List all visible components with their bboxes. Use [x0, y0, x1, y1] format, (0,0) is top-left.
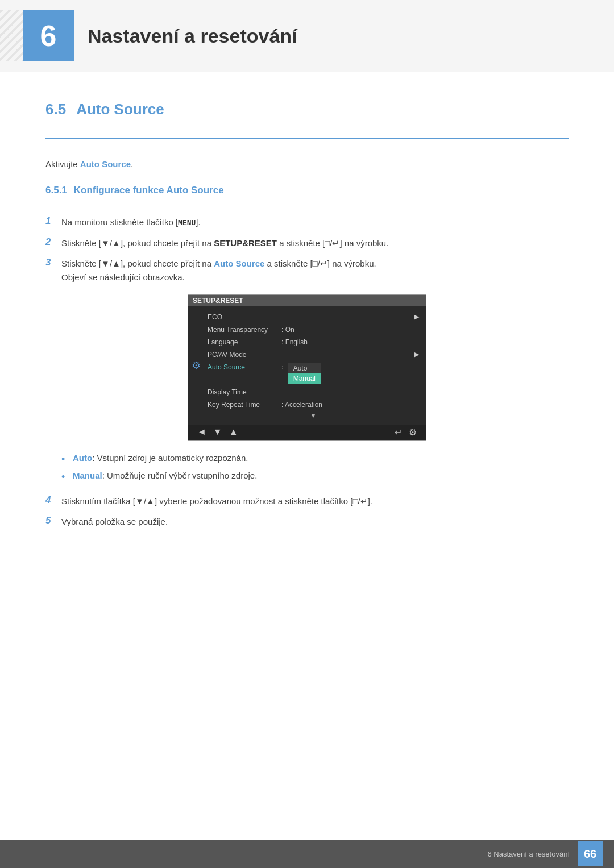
- monitor-title: SETUP&RESET: [188, 295, 426, 306]
- monitor-enter-icon: ↵: [391, 427, 405, 438]
- step-4: 4 Stisknutím tlačítka [▼/▲] vyberte poža…: [45, 495, 569, 508]
- chapter-title: Nastavení a resetování: [88, 25, 297, 47]
- steps-list: 1 Na monitoru stiskněte tlačítko [MENU].…: [45, 215, 569, 284]
- monitor-up-icon: ▲: [226, 427, 242, 437]
- step-5: 5 Vybraná položka se použije.: [45, 515, 569, 529]
- chapter-number: 6: [40, 21, 57, 51]
- monitor-dropdown: Auto Manual: [288, 363, 321, 384]
- section-divider: [45, 138, 569, 139]
- step-2: 2 Stiskněte [▼/▲], pokud chcete přejít n…: [45, 236, 569, 250]
- bullet-list: • Auto: Vstupní zdroj je automaticky roz…: [61, 453, 569, 484]
- monitor-down-icon: ▼: [210, 427, 226, 437]
- bullet-auto: • Auto: Vstupní zdroj je automaticky roz…: [61, 453, 569, 466]
- subsection-number: 6.5.1: [45, 185, 67, 196]
- monitor-menu-rows: ECO ▶ Menu Transparency : On Language : …: [204, 311, 422, 420]
- footer-chapter-text: 6 Nastavení a resetování: [487, 850, 570, 858]
- monitor-row-displaytime: Display Time: [204, 386, 422, 398]
- monitor-back-icon: ◄: [194, 427, 210, 437]
- monitor-row-language: Language : English: [204, 336, 422, 348]
- monitor-row-transparency: Menu Transparency : On: [204, 323, 422, 336]
- monitor-screenshot: SETUP&RESET ⚙ ECO ▶ Menu Transparency : …: [45, 294, 569, 441]
- monitor-row-eco: ECO ▶: [204, 311, 422, 323]
- chapter-number-block: 6: [23, 10, 74, 61]
- monitor-row-keyrepeat: Key Repeat Time : Acceleration: [204, 398, 422, 411]
- monitor-settings-icon: ⚙: [405, 427, 420, 438]
- monitor-row-autosource: Auto Source : Auto Manual: [204, 361, 422, 386]
- step-3: 3 Stiskněte [▼/▲], pokud chcete přejít n…: [45, 257, 569, 284]
- chapter-header: 6 Nastavení a resetování: [0, 0, 614, 72]
- section-number: 6.5: [45, 101, 66, 118]
- monitor-row-pcav: PC/AV Mode ▶: [204, 348, 422, 361]
- main-content: 6.5 Auto Source Aktivujte Auto Source. 6…: [0, 72, 614, 607]
- steps-list-2: 4 Stisknutím tlačítka [▼/▲] vyberte poža…: [45, 495, 569, 529]
- intro-paragraph: Aktivujte Auto Source.: [45, 159, 569, 169]
- monitor-gear-icon: ⚙: [192, 311, 204, 420]
- step-1: 1 Na monitoru stiskněte tlačítko [MENU].: [45, 215, 569, 230]
- page-footer: 6 Nastavení a resetování 66: [0, 840, 614, 868]
- bullet-manual: • Manual: Umožňuje ruční výběr vstupního…: [61, 471, 569, 484]
- monitor-body: ⚙ ECO ▶ Menu Transparency : On Language …: [188, 306, 426, 425]
- monitor-menu-image: SETUP&RESET ⚙ ECO ▶ Menu Transparency : …: [188, 294, 426, 441]
- section-title: Auto Source: [76, 101, 164, 118]
- dropdown-manual: Manual: [288, 373, 321, 384]
- monitor-bottom-bar: ◄ ▼ ▲ ↵ ⚙: [188, 425, 426, 440]
- dropdown-auto: Auto: [288, 363, 321, 373]
- footer-page-number: 66: [578, 841, 603, 866]
- subsection-title: Konfigurace funkce Auto Source: [74, 185, 224, 196]
